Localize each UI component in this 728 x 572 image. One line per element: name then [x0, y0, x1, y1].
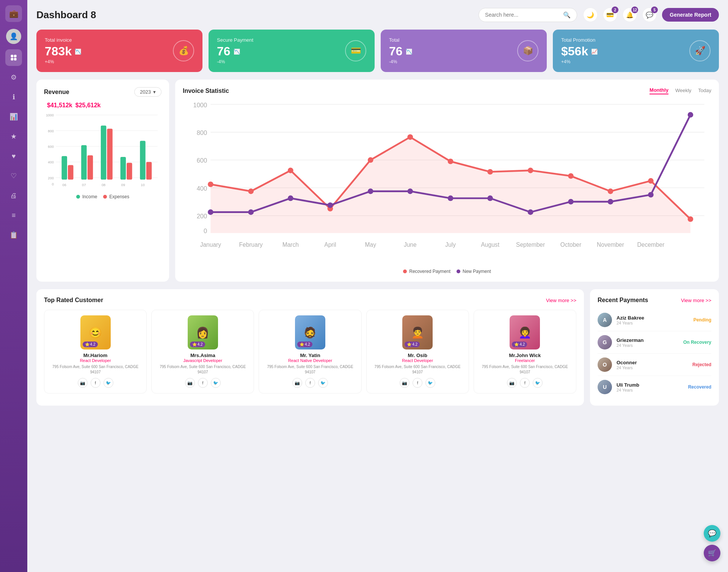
rating-badge-1: ⭐ 4.2: [190, 342, 205, 347]
twitter-icon-3[interactable]: 🐦: [425, 378, 435, 388]
svg-point-42: [208, 182, 213, 187]
twitter-icon-4[interactable]: 🐦: [533, 378, 543, 388]
sidebar-item-dashboard[interactable]: [5, 49, 22, 66]
sidebar-item-heart[interactable]: ♡: [5, 168, 22, 184]
pay-avatar-3: U: [598, 380, 612, 394]
stat-icon-promotion: 🚀: [689, 40, 711, 61]
facebook-icon-2[interactable]: f: [305, 378, 315, 388]
social-icons-3: 📷 f 🐦: [370, 378, 465, 388]
stat-trend-total: -4%: [389, 59, 412, 64]
stat-label-promotion: Total Promotion: [561, 37, 598, 43]
logo-icon[interactable]: 💼: [5, 5, 22, 22]
svg-text:May: May: [365, 241, 377, 248]
legend-recovered-payment: Recovered Payment: [403, 269, 450, 274]
payment-item-3: U Uli Trumb 24 Years Recovered: [598, 376, 711, 398]
instagram-icon-4[interactable]: 📷: [507, 378, 517, 388]
sidebar-item-likes[interactable]: ♥: [5, 148, 22, 165]
svg-text:August: August: [481, 241, 499, 248]
svg-point-62: [487, 196, 493, 201]
svg-text:400: 400: [197, 185, 207, 192]
generate-report-button[interactable]: Generate Report: [662, 8, 719, 22]
pay-age-1: 24 Years: [617, 343, 679, 348]
facebook-icon-1[interactable]: f: [198, 378, 208, 388]
svg-text:0: 0: [52, 182, 54, 186]
chat-button[interactable]: 💬 5: [642, 8, 657, 22]
tab-monthly[interactable]: Monthly: [650, 87, 668, 94]
page-title: Dashboard 8: [36, 9, 472, 21]
svg-text:January: January: [200, 241, 221, 248]
customer-name-2: Mr. Yatin: [263, 353, 357, 358]
facebook-icon-3[interactable]: f: [413, 378, 422, 388]
pay-avatar-1: G: [598, 335, 612, 349]
sidebar-item-info[interactable]: ℹ: [5, 89, 22, 105]
social-icons-2: 📷 f 🐦: [263, 378, 357, 388]
svg-text:September: September: [516, 241, 545, 248]
theme-toggle-button[interactable]: 🌙: [583, 8, 598, 22]
stat-trend-promotion: +4%: [561, 59, 598, 64]
customer-card-2: 🧔 ⭐ 4.2 Mr. Yatin React Native Developer…: [259, 310, 361, 393]
svg-text:December: December: [637, 241, 664, 248]
twitter-icon-2[interactable]: 🐦: [318, 378, 328, 388]
twitter-icon-1[interactable]: 🐦: [211, 378, 221, 388]
sidebar-item-favorites[interactable]: ★: [5, 128, 22, 145]
payment-item-2: O Oconner 24 Years Rejected: [598, 354, 711, 376]
customers-title: Top Rated Customer: [44, 297, 103, 304]
bell-button[interactable]: 🔔 12: [623, 8, 637, 22]
facebook-icon-4[interactable]: f: [520, 378, 530, 388]
facebook-icon-0[interactable]: f: [91, 378, 100, 388]
pay-status-0: Pending: [693, 317, 711, 323]
svg-point-46: [368, 157, 373, 163]
svg-rect-16: [68, 165, 73, 180]
pay-info-3: Uli Trumb 24 Years: [617, 382, 684, 392]
social-icons-0: 📷 f 🐦: [48, 378, 143, 388]
instagram-icon-0[interactable]: 📷: [78, 378, 88, 388]
instagram-icon-3[interactable]: 📷: [400, 378, 410, 388]
wallet-badge: 2: [612, 6, 618, 13]
sidebar-item-reports[interactable]: 📋: [5, 227, 22, 243]
twitter-icon-0[interactable]: 🐦: [104, 378, 113, 388]
stat-trend-invoice: +4%: [45, 59, 81, 64]
sidebar-item-print[interactable]: 🖨: [5, 187, 22, 204]
bell-badge: 12: [631, 6, 638, 13]
customer-avatar-0: 😊 ⭐ 4.2: [80, 315, 111, 349]
svg-text:08: 08: [102, 183, 105, 187]
search-bar[interactable]: 🔍: [479, 8, 577, 22]
wallet-button[interactable]: 💳 2: [603, 8, 617, 22]
svg-rect-20: [107, 129, 112, 179]
svg-point-58: [328, 202, 333, 208]
search-input[interactable]: [485, 12, 560, 18]
svg-point-64: [568, 199, 574, 205]
svg-point-47: [407, 134, 413, 140]
customer-name-0: Mr.Hariom: [48, 353, 143, 358]
stat-icon-total: 📦: [517, 40, 538, 61]
tab-weekly[interactable]: Weekly: [675, 88, 691, 94]
svg-text:1000: 1000: [193, 102, 207, 108]
pay-status-2: Rejected: [692, 362, 711, 367]
customers-grid: 😊 ⭐ 4.2 Mr.Hariom React Developer 795 Fo…: [44, 310, 576, 393]
pay-info-1: Griezerman 24 Years: [617, 337, 679, 348]
pay-age-3: 24 Years: [617, 388, 684, 392]
svg-text:09: 09: [121, 183, 125, 187]
svg-rect-19: [101, 125, 106, 180]
svg-text:0: 0: [204, 227, 207, 234]
avatar-icon[interactable]: 👤: [6, 29, 21, 44]
instagram-icon-2[interactable]: 📷: [292, 378, 302, 388]
svg-rect-21: [120, 157, 126, 180]
sidebar-item-analytics[interactable]: 📊: [5, 108, 22, 125]
payments-view-more[interactable]: View more >>: [681, 298, 711, 303]
svg-point-55: [208, 209, 213, 215]
sidebar-item-menu[interactable]: ≡: [5, 207, 22, 224]
rating-badge-0: ⭐ 4.2: [83, 342, 98, 347]
svg-rect-23: [140, 141, 145, 180]
year-select[interactable]: 2023 ▾: [134, 87, 162, 97]
tab-today[interactable]: Today: [698, 88, 711, 94]
svg-text:800: 800: [48, 129, 54, 133]
instagram-icon-1[interactable]: 📷: [185, 378, 195, 388]
sidebar-item-settings[interactable]: ⚙: [5, 69, 22, 86]
bottom-row: Top Rated Customer View more >> 😊 ⭐ 4.2 …: [36, 289, 719, 406]
svg-point-50: [528, 168, 533, 173]
customers-view-more[interactable]: View more >>: [546, 298, 576, 303]
fab-cart-button[interactable]: 🛒: [704, 545, 720, 561]
fab-support-button[interactable]: 💬: [704, 525, 720, 542]
customer-name-4: Mr.John Wick: [478, 353, 572, 358]
